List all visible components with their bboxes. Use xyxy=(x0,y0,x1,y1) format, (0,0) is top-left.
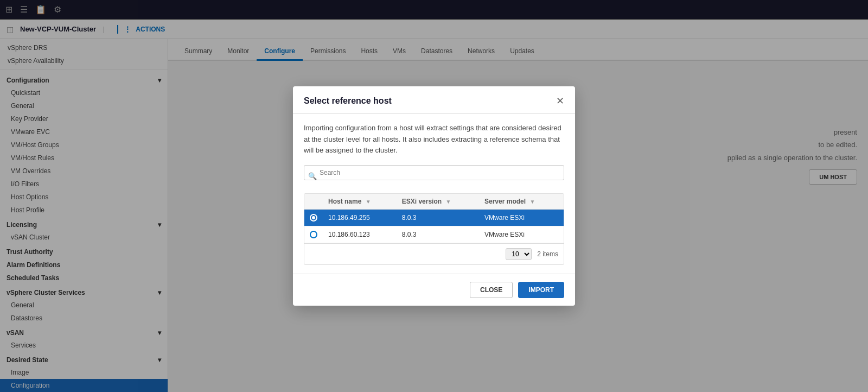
radio-cell-2[interactable] xyxy=(304,226,323,243)
radio-button-2[interactable] xyxy=(310,231,317,238)
radio-cell-1[interactable] xyxy=(304,210,323,226)
modal-overlay: Select reference host ✕ Importing config… xyxy=(0,0,868,392)
host-table: Host name ▼ ESXi version ▼ Server model … xyxy=(304,194,564,243)
host-name-2: 10.186.60.123 xyxy=(323,226,397,243)
items-count: 2 items xyxy=(537,250,558,258)
modal-close-button[interactable]: ✕ xyxy=(556,96,564,106)
server-model-filter-icon[interactable]: ▼ xyxy=(529,199,535,205)
esxi-version-1: 8.0.3 xyxy=(397,210,479,226)
host-table-body: 10.186.49.255 8.0.3 VMware ESXi 10.186.6… xyxy=(304,210,564,243)
search-icon: 🔍 xyxy=(308,172,317,180)
close-button[interactable]: CLOSE xyxy=(470,282,513,298)
esxi-filter-icon[interactable]: ▼ xyxy=(445,199,451,205)
server-model-1: VMware ESXi xyxy=(479,210,564,226)
esxi-version-2: 8.0.3 xyxy=(397,226,479,243)
modal-header: Select reference host ✕ xyxy=(293,86,575,114)
col-host-name: Host name ▼ xyxy=(323,194,397,210)
host-table-container: Host name ▼ ESXi version ▼ Server model … xyxy=(304,193,564,265)
col-esxi-version: ESXi version ▼ xyxy=(397,194,479,210)
modal-description: Importing configuration from a host will… xyxy=(304,123,564,156)
import-button[interactable]: IMPORT xyxy=(518,282,564,298)
modal-body: Importing configuration from a host will… xyxy=(293,114,575,274)
select-reference-host-modal: Select reference host ✕ Importing config… xyxy=(293,86,575,306)
server-model-2: VMware ESXi xyxy=(479,226,564,243)
host-name-filter-icon[interactable]: ▼ xyxy=(366,199,371,205)
host-search-input[interactable] xyxy=(304,165,564,180)
table-footer: 10 2 items xyxy=(304,243,564,264)
host-table-head: Host name ▼ ESXi version ▼ Server model … xyxy=(304,194,564,210)
table-row[interactable]: 10.186.49.255 8.0.3 VMware ESXi xyxy=(304,210,564,226)
modal-title: Select reference host xyxy=(304,96,392,106)
modal-footer: CLOSE IMPORT xyxy=(293,274,575,306)
radio-button-1[interactable] xyxy=(310,214,317,222)
col-select xyxy=(304,194,323,210)
per-page-select[interactable]: 10 xyxy=(506,248,532,260)
table-row[interactable]: 10.186.60.123 8.0.3 VMware ESXi xyxy=(304,226,564,243)
col-server-model: Server model ▼ xyxy=(479,194,564,210)
search-wrap: 🔍 xyxy=(304,165,564,187)
host-name-1: 10.186.49.255 xyxy=(323,210,397,226)
